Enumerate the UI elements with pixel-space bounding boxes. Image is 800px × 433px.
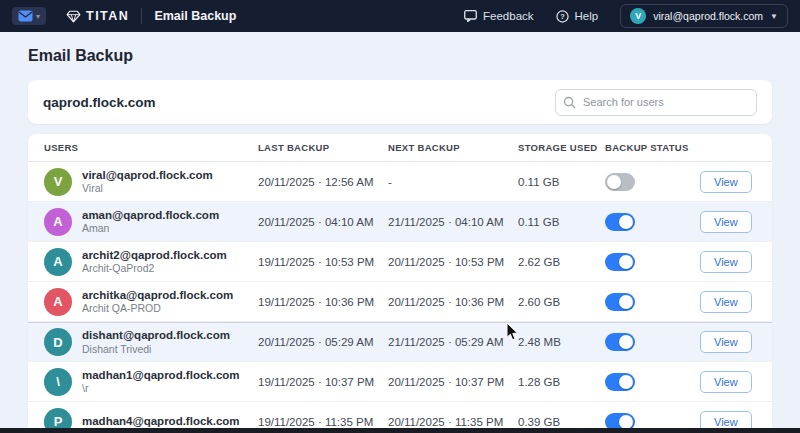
last-backup-value: 20/11/2025 · 04:10 AM <box>258 216 388 228</box>
user-email: archit2@qaprod.flock.com <box>82 248 227 262</box>
user-email: aman@qaprod.flock.com <box>82 208 219 222</box>
avatar: V <box>44 168 72 196</box>
last-backup-value: 19/11/2025 · 10:36 PM <box>258 296 388 308</box>
view-button[interactable]: View <box>700 211 752 233</box>
view-button[interactable]: View <box>700 291 752 313</box>
next-backup-value: 20/11/2025 · 11:35 PM <box>388 416 518 428</box>
avatar: D <box>44 328 72 356</box>
account-caret-icon: ▼ <box>770 12 778 21</box>
table-row: V viral@qaprod.flock.com Viral 20/11/202… <box>28 162 772 202</box>
users-table: USERS LAST BACKUP NEXT BACKUP STORAGE US… <box>28 134 772 433</box>
user-cell: A architka@qaprod.flock.com Archit QA-PR… <box>44 288 258 316</box>
table-row: \ madhan1@qaprod.flock.com \r 19/11/2025… <box>28 362 772 402</box>
main-content: Email Backup qaprod.flock.com USERS LAST… <box>0 47 800 433</box>
next-backup-value: 21/11/2025 · 04:10 AM <box>388 216 518 228</box>
backup-status-toggle[interactable] <box>605 213 635 231</box>
topbar: ▾ TITAN Email Backup Feedback ? Help V v <box>0 0 800 32</box>
user-name: Dishant Trivedi <box>82 343 230 356</box>
app-title: Email Backup <box>154 9 236 23</box>
user-email: viral@qaprod.flock.com <box>82 168 213 182</box>
next-backup-value: 21/11/2025 · 05:29 AM <box>388 336 518 348</box>
search-box <box>555 89 757 116</box>
brand-name: TITAN <box>86 9 129 23</box>
storage-used-value: 2.60 GB <box>518 296 605 308</box>
backup-status-toggle[interactable] <box>605 293 635 311</box>
storage-used-value: 0.11 GB <box>518 216 605 228</box>
user-name: \r <box>82 382 240 395</box>
brand-logo: TITAN <box>66 9 129 24</box>
storage-used-value: 2.48 MB <box>518 336 605 348</box>
backup-status-toggle[interactable] <box>605 173 635 191</box>
column-header-next-backup: NEXT BACKUP <box>388 142 518 153</box>
storage-used-value: 0.39 GB <box>518 416 605 428</box>
help-button[interactable]: ? Help <box>556 10 599 23</box>
avatar: A <box>44 288 72 316</box>
user-name: Archit-QaProd2 <box>82 262 227 275</box>
column-header-storage-used: STORAGE USED <box>518 142 605 153</box>
user-email: dishant@qaprod.flock.com <box>82 328 230 342</box>
table-row: A aman@qaprod.flock.com Aman 20/11/2025 … <box>28 202 772 242</box>
user-email: madhan4@qaprod.flock.com <box>82 414 240 428</box>
backup-status-toggle[interactable] <box>605 333 635 351</box>
view-button[interactable]: View <box>700 251 752 273</box>
feedback-label: Feedback <box>483 10 534 22</box>
feedback-icon <box>464 10 477 22</box>
storage-used-value: 2.62 GB <box>518 256 605 268</box>
next-backup-value: 20/11/2025 · 10:36 PM <box>388 296 518 308</box>
user-cell: D dishant@qaprod.flock.com Dishant Trive… <box>44 328 258 356</box>
view-button[interactable]: View <box>700 371 752 393</box>
next-backup-value: 20/11/2025 · 10:53 PM <box>388 256 518 268</box>
user-cell: \ madhan1@qaprod.flock.com \r <box>44 368 258 396</box>
account-menu[interactable]: V viral@qaprod.flock.com ▼ <box>620 4 788 28</box>
mail-icon <box>18 10 33 22</box>
user-cell: A aman@qaprod.flock.com Aman <box>44 208 258 236</box>
last-backup-value: 20/11/2025 · 05:29 AM <box>258 336 388 348</box>
user-name: Viral <box>82 182 213 195</box>
domain-name: qaprod.flock.com <box>43 95 156 110</box>
backup-status-toggle[interactable] <box>605 253 635 271</box>
help-icon: ? <box>556 10 569 23</box>
avatar: A <box>44 248 72 276</box>
search-icon <box>563 96 576 109</box>
user-name: Aman <box>82 222 219 235</box>
last-backup-value: 19/11/2025 · 10:37 PM <box>258 376 388 388</box>
table-row: D dishant@qaprod.flock.com Dishant Trive… <box>28 322 772 362</box>
storage-used-value: 1.28 GB <box>518 376 605 388</box>
titan-gem-icon <box>66 9 81 24</box>
feedback-button[interactable]: Feedback <box>464 10 534 22</box>
user-email: architka@qaprod.flock.com <box>82 288 233 302</box>
table-row: A archit2@qaprod.flock.com Archit-QaProd… <box>28 242 772 282</box>
avatar: \ <box>44 368 72 396</box>
app-switcher-button[interactable]: ▾ <box>12 7 46 25</box>
user-cell: V viral@qaprod.flock.com Viral <box>44 168 258 196</box>
user-name: Archit QA-PROD <box>82 302 233 315</box>
account-avatar: V <box>630 8 646 24</box>
next-backup-value: - <box>388 176 518 188</box>
column-header-backup-status: BACKUP STATUS <box>605 142 700 153</box>
next-backup-value: 20/11/2025 · 10:37 PM <box>388 376 518 388</box>
account-email: viral@qaprod.flock.com <box>653 10 763 22</box>
last-backup-value: 20/11/2025 · 12:56 AM <box>258 176 388 188</box>
window-bottom-edge <box>0 428 800 433</box>
domain-header-card: qaprod.flock.com <box>28 80 772 124</box>
backup-status-toggle[interactable] <box>605 373 635 391</box>
user-cell: A archit2@qaprod.flock.com Archit-QaProd… <box>44 248 258 276</box>
user-email: madhan1@qaprod.flock.com <box>82 368 240 382</box>
page-title: Email Backup <box>28 47 772 65</box>
divider <box>141 8 142 24</box>
column-header-last-backup: LAST BACKUP <box>258 142 388 153</box>
search-input[interactable] <box>555 89 757 116</box>
svg-text:?: ? <box>560 12 565 21</box>
last-backup-value: 19/11/2025 · 11:35 PM <box>258 416 388 428</box>
help-label: Help <box>575 10 599 22</box>
column-header-users: USERS <box>44 142 258 153</box>
avatar: A <box>44 208 72 236</box>
storage-used-value: 0.11 GB <box>518 176 605 188</box>
view-button[interactable]: View <box>700 331 752 353</box>
table-row: A architka@qaprod.flock.com Archit QA-PR… <box>28 282 772 322</box>
chevron-down-icon: ▾ <box>36 12 40 21</box>
table-body: V viral@qaprod.flock.com Viral 20/11/202… <box>28 162 772 433</box>
view-button[interactable]: View <box>700 171 752 193</box>
table-header-row: USERS LAST BACKUP NEXT BACKUP STORAGE US… <box>28 134 772 162</box>
last-backup-value: 19/11/2025 · 10:53 PM <box>258 256 388 268</box>
